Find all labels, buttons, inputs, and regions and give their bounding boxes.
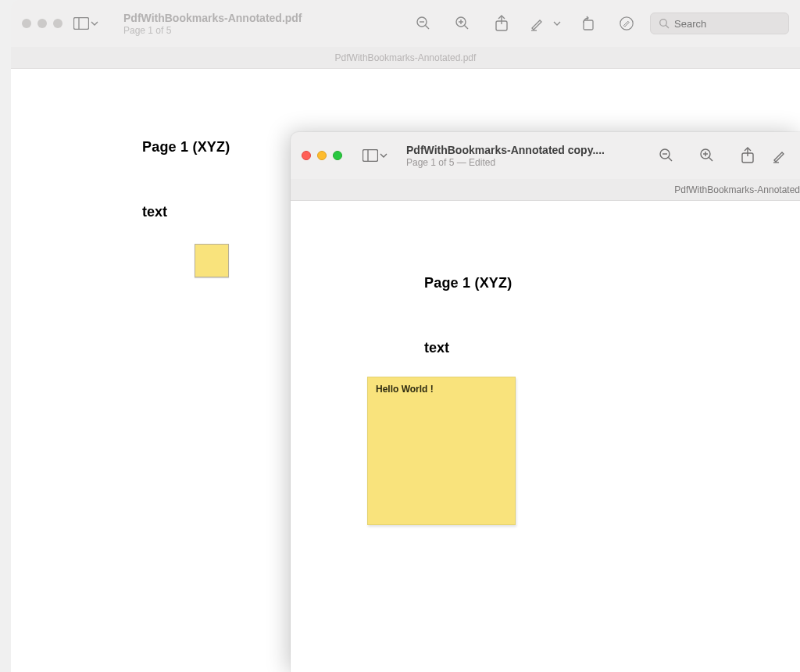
pdf-page-content-back: Page 1 (XYZ) text	[142, 139, 230, 277]
zoom-out-icon	[416, 16, 431, 31]
markup-toolbar-button[interactable]	[611, 11, 642, 36]
tab-front[interactable]: PdfWithBookmarks-Annotated	[674, 184, 800, 195]
minimize-dot-inactive[interactable]	[38, 19, 47, 28]
tab-bar-front: PdfWithBookmarks-Annotated	[291, 179, 800, 201]
pdf-heading-back: Page 1 (XYZ)	[142, 139, 230, 155]
search-field[interactable]	[650, 13, 789, 34]
close-button[interactable]	[302, 151, 311, 160]
chevron-down-icon	[380, 148, 388, 163]
sidebar-toggle-button-front[interactable]	[362, 143, 388, 168]
close-dot-inactive[interactable]	[22, 19, 31, 28]
pdf-text-front: text	[424, 340, 512, 356]
share-button[interactable]	[486, 11, 517, 36]
toolbar-front	[648, 143, 789, 168]
sticky-note-large[interactable]: Hello World !	[367, 377, 516, 525]
svg-point-13	[620, 17, 633, 30]
highlight-button[interactable]	[525, 11, 550, 36]
page-status-front: Page 1 of 5 — Edited	[406, 157, 605, 168]
zoom-out-button-front[interactable]	[648, 143, 684, 168]
titlebar-front: PdfWithBookmarks-Annotated copy.... Page…	[291, 132, 800, 179]
zoom-in-icon	[699, 148, 715, 163]
titlebar-back: PdfWithBookmarks-Annotated.pdf Page 1 of…	[11, 0, 800, 47]
svg-point-14	[660, 20, 667, 27]
zoom-dot-inactive[interactable]	[53, 19, 62, 28]
svg-rect-0	[74, 18, 89, 30]
toolbar-back	[408, 11, 789, 36]
traffic-lights-active	[302, 151, 342, 160]
minimize-button[interactable]	[317, 151, 327, 160]
highlight-pen-icon	[772, 148, 788, 163]
page-status-back: Page 1 of 5	[123, 25, 302, 36]
svg-line-15	[666, 25, 669, 28]
tab-back[interactable]: PdfWithBookmarks-Annotated.pdf	[335, 52, 477, 63]
pdf-text-back: text	[142, 204, 230, 220]
chevron-down-icon	[553, 16, 561, 31]
title-block-front: PdfWithBookmarks-Annotated copy.... Page…	[406, 144, 605, 168]
zoom-out-icon	[659, 148, 674, 163]
svg-rect-12	[584, 20, 593, 30]
chevron-down-icon	[91, 16, 98, 31]
rotate-button[interactable]	[572, 11, 603, 36]
pdf-heading-front: Page 1 (XYZ)	[424, 275, 512, 291]
search-icon	[659, 18, 670, 29]
rotate-icon	[580, 16, 595, 31]
zoom-in-icon	[455, 16, 470, 31]
markup-pen-circle-icon	[619, 16, 634, 31]
tab-bar-back: PdfWithBookmarks-Annotated.pdf	[11, 47, 800, 69]
zoom-in-button[interactable]	[447, 11, 478, 36]
search-input[interactable]	[674, 18, 780, 30]
svg-line-6	[465, 26, 469, 30]
zoom-in-button-front[interactable]	[689, 143, 725, 168]
highlight-button-front[interactable]	[770, 143, 789, 168]
sticky-note-small[interactable]	[195, 244, 229, 277]
share-icon	[494, 16, 509, 31]
window-title-front: PdfWithBookmarks-Annotated copy....	[406, 144, 605, 156]
highlight-pen-icon	[530, 16, 545, 31]
sidebar-toggle-button-back[interactable]	[73, 11, 98, 36]
sidebar-icon	[362, 148, 378, 163]
traffic-lights-inactive	[22, 19, 62, 28]
window-title-back: PdfWithBookmarks-Annotated.pdf	[123, 12, 302, 24]
svg-line-22	[709, 158, 713, 162]
svg-rect-16	[363, 150, 378, 162]
sidebar-icon	[73, 16, 89, 31]
svg-line-19	[669, 158, 673, 162]
title-block-back: PdfWithBookmarks-Annotated.pdf Page 1 of…	[123, 12, 302, 36]
zoom-button[interactable]	[333, 151, 342, 160]
preview-window-front: PdfWithBookmarks-Annotated copy.... Page…	[291, 132, 800, 672]
sticky-note-text[interactable]: Hello World !	[376, 384, 507, 395]
share-button-front[interactable]	[730, 143, 766, 168]
document-area-front[interactable]: Page 1 (XYZ) text Hello World !	[291, 201, 800, 672]
zoom-out-button[interactable]	[408, 11, 439, 36]
share-icon	[740, 148, 755, 163]
svg-line-3	[426, 26, 430, 30]
highlight-menu-button[interactable]	[550, 11, 564, 36]
pdf-page-content-front: Page 1 (XYZ) text	[424, 275, 512, 356]
